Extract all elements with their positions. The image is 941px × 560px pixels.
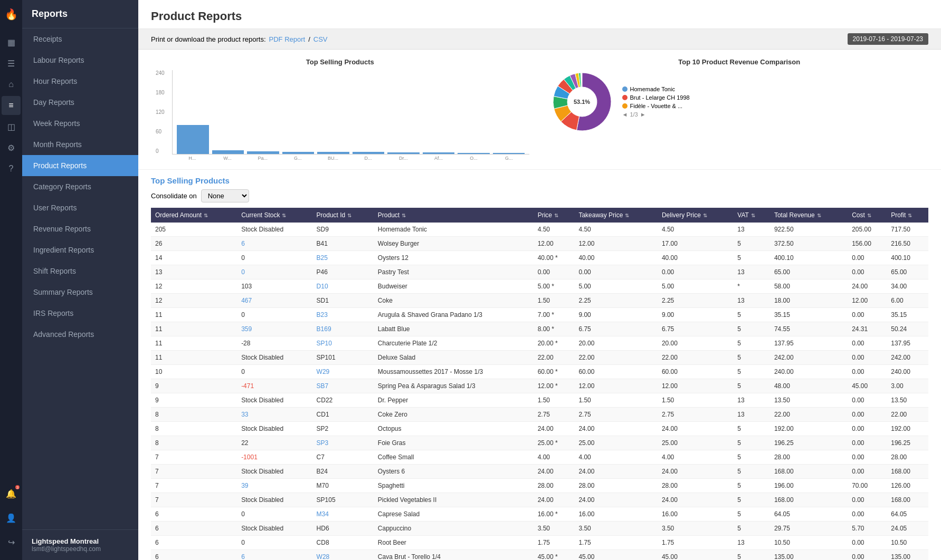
sidebar-item-product[interactable]: Product Reports xyxy=(22,155,138,176)
sort-icon: ⇅ xyxy=(282,213,286,218)
col-takeaway-price[interactable]: Takeaway Price⇅ xyxy=(574,208,657,223)
cell-link[interactable]: B23 xyxy=(317,311,328,318)
bar-O...[interactable] xyxy=(458,153,490,154)
table-cell[interactable]: SP10 xyxy=(312,336,374,351)
sidebar-item-week[interactable]: Week Reports xyxy=(22,113,138,134)
sidebar-item-summary[interactable]: Summary Reports xyxy=(22,282,138,303)
layers-icon[interactable]: ◫ xyxy=(2,117,21,136)
sidebar-item-day[interactable]: Day Reports xyxy=(22,92,138,113)
cell-link[interactable]: 6 xyxy=(241,240,245,247)
bar-G...[interactable] xyxy=(282,152,315,154)
cell-link[interactable]: 39 xyxy=(241,482,248,489)
table-row: 9-471SB7Spring Pea & Asparagus Salad 1/3… xyxy=(151,379,928,393)
bar-D...[interactable] xyxy=(353,152,385,154)
sidebar-item-month[interactable]: Month Reports xyxy=(22,134,138,155)
sidebar-item-revenue[interactable]: Revenue Reports xyxy=(22,218,138,239)
table-cell: 26 xyxy=(151,237,237,251)
cell-link[interactable]: 33 xyxy=(241,411,248,418)
bar-Pa...[interactable] xyxy=(247,151,279,154)
table-cell[interactable]: D10 xyxy=(312,279,374,294)
bar-BU...[interactable] xyxy=(317,152,349,154)
logout-icon[interactable]: ↪ xyxy=(2,533,21,552)
notifications-icon[interactable]: 🔔 3 xyxy=(2,484,21,503)
cell-link[interactable]: 467 xyxy=(241,297,252,304)
table-cell: 8 xyxy=(151,408,237,422)
dashboard-icon[interactable]: ▦ xyxy=(2,33,21,52)
table-cell[interactable]: 6 xyxy=(237,550,312,561)
table-cell: 10.50 xyxy=(887,536,928,550)
col-product[interactable]: Product⇅ xyxy=(374,208,534,223)
col-ordered-amount[interactable]: Ordered Amount⇅ xyxy=(151,208,237,223)
cell-link[interactable]: B169 xyxy=(317,325,331,333)
table-cell[interactable]: B169 xyxy=(312,322,374,336)
table-cell[interactable]: SP3 xyxy=(312,436,374,450)
cell-link[interactable]: B25 xyxy=(317,254,328,262)
sidebar-item-user[interactable]: User Reports xyxy=(22,197,138,218)
bar-Dr...[interactable] xyxy=(387,152,420,154)
table-cell: Spring Pea & Asparagus Salad 1/3 xyxy=(374,379,534,393)
table-cell: SP105 xyxy=(312,493,374,507)
table-cell: 13 xyxy=(151,265,237,279)
consolidate-select[interactable]: NoneProductCategory xyxy=(201,189,249,202)
cell-link[interactable]: 0 xyxy=(241,268,245,276)
col-product-id[interactable]: Product Id⇅ xyxy=(312,208,374,223)
sidebar-item-shift[interactable]: Shift Reports xyxy=(22,260,138,282)
table-cell[interactable]: M34 xyxy=(312,507,374,522)
sidebar-item-labour[interactable]: Labour Reports xyxy=(22,50,138,71)
sidebar-item-ingredient[interactable]: Ingredient Reports xyxy=(22,239,138,260)
table-cell[interactable]: W29 xyxy=(312,365,374,379)
bar-label: G... xyxy=(282,156,314,161)
col-delivery-price[interactable]: Delivery Price⇅ xyxy=(658,208,733,223)
table-cell[interactable]: B23 xyxy=(312,308,374,322)
user-avatar-icon[interactable]: 👤 xyxy=(2,508,21,527)
pie-next-icon[interactable]: ► xyxy=(640,111,646,118)
table-cell[interactable]: 467 xyxy=(237,294,312,308)
cell-link[interactable]: SP10 xyxy=(317,340,332,347)
cell-link[interactable]: 6 xyxy=(241,553,245,560)
col-profit[interactable]: Profit⇅ xyxy=(887,208,928,223)
reports-rail-icon[interactable]: ≡ xyxy=(2,96,21,115)
cell-link[interactable]: 359 xyxy=(241,325,252,333)
table-cell: 135.00 xyxy=(887,550,928,561)
table-cell: 5 xyxy=(733,507,770,522)
cell-link[interactable]: M34 xyxy=(317,510,329,518)
date-range-badge[interactable]: 2019-07-16 - 2019-07-23 xyxy=(848,33,928,45)
question-icon[interactable]: ? xyxy=(2,159,21,178)
bar-W...[interactable] xyxy=(212,150,244,154)
table-cell[interactable]: 6 xyxy=(237,237,312,251)
sidebar-item-receipts[interactable]: Receipts xyxy=(22,28,138,50)
col-price[interactable]: Price⇅ xyxy=(534,208,575,223)
sidebar-item-advanced[interactable]: Advanced Reports xyxy=(22,324,138,345)
pie-prev-icon[interactable]: ◄ xyxy=(622,111,628,118)
col-total-revenue[interactable]: Total Revenue⇅ xyxy=(770,208,848,223)
bar-Af...[interactable] xyxy=(423,152,455,154)
pdf-report-link[interactable]: PDF Report xyxy=(269,35,306,43)
bar-H...[interactable] xyxy=(177,125,209,154)
table-cell: 35.15 xyxy=(887,308,928,322)
csv-link[interactable]: CSV xyxy=(313,35,328,43)
cell-link[interactable]: W29 xyxy=(317,368,330,375)
sidebar-item-hour[interactable]: Hour Reports xyxy=(22,71,138,92)
cell-link[interactable]: D10 xyxy=(317,283,328,290)
table-cell[interactable]: 33 xyxy=(237,408,312,422)
table-cell[interactable]: SB7 xyxy=(312,379,374,393)
cell-link[interactable]: W28 xyxy=(317,553,330,560)
table-cell[interactable]: W28 xyxy=(312,550,374,561)
sidebar-item-irs[interactable]: IRS Reports xyxy=(22,303,138,324)
settings-rail-icon[interactable]: ⚙ xyxy=(2,138,21,157)
cell-link[interactable]: SB7 xyxy=(317,382,329,390)
table-cell[interactable]: 359 xyxy=(237,322,312,336)
col-current-stock[interactable]: Current Stock⇅ xyxy=(237,208,312,223)
table-cell[interactable]: 0 xyxy=(237,265,312,279)
receipts-rail-icon[interactable]: ☰ xyxy=(2,54,21,73)
col-cost[interactable]: Cost⇅ xyxy=(848,208,887,223)
table-cell: 137.95 xyxy=(770,336,848,351)
bar-chart-container: Top Selling Products 240180120600 H...W.… xyxy=(151,58,529,161)
table-cell[interactable]: B25 xyxy=(312,251,374,265)
col-vat[interactable]: VAT⇅ xyxy=(733,208,770,223)
home-icon[interactable]: ⌂ xyxy=(2,75,21,94)
cell-link[interactable]: SP3 xyxy=(317,439,329,447)
sidebar-item-category[interactable]: Category Reports xyxy=(22,176,138,197)
table-cell[interactable]: 39 xyxy=(237,479,312,493)
bar-G...[interactable] xyxy=(493,153,525,154)
